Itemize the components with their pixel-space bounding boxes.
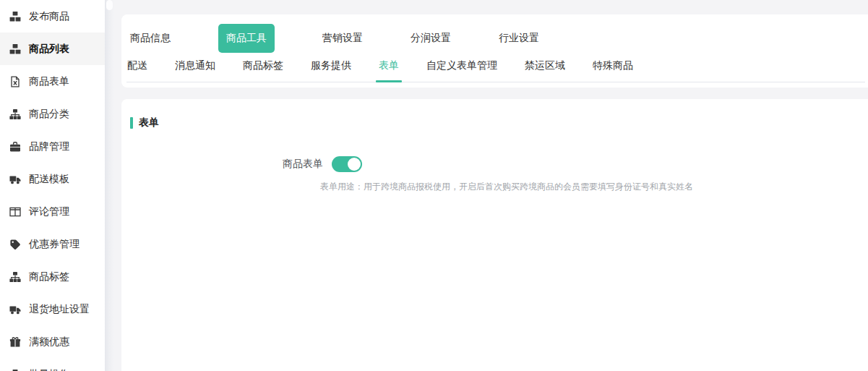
sidebar-item[interactable]: 满额优惠 <box>0 325 105 358</box>
sidebar-item-label: 商品标签 <box>29 270 69 283</box>
primary-tab-label: 行业设置 <box>499 32 539 43</box>
tag-icon <box>9 239 21 250</box>
briefcase-icon <box>9 141 21 153</box>
sidebar-item-label: 优惠券管理 <box>29 238 80 251</box>
gift-icon <box>9 336 21 348</box>
secondary-tab[interactable]: 配送 <box>127 59 147 82</box>
section-title: 表单 <box>139 116 159 129</box>
sidebar-item[interactable]: 品牌管理 <box>0 130 105 163</box>
secondary-tab-label: 特殊商品 <box>593 59 633 71</box>
sidebar-scrollbar-thumb[interactable] <box>106 0 113 10</box>
secondary-tab[interactable]: 服务提供 <box>311 59 351 82</box>
sidebar-item-label: 品牌管理 <box>29 140 69 153</box>
sidebar-item[interactable]: 商品分类 <box>0 98 105 130</box>
primary-tab-label: 商品信息 <box>130 32 171 43</box>
primary-tab[interactable]: 分润设置 <box>411 24 451 53</box>
content-card: 表单 商品表单 表单用途：用于跨境商品报税使用，开启后首次购买跨境商品的会员需要… <box>121 99 868 371</box>
sidebar-item-label: 评论管理 <box>29 205 69 218</box>
secondary-tab[interactable]: 消息通知 <box>175 59 215 82</box>
primary-tab[interactable]: 商品信息 <box>130 24 171 53</box>
sidebar-item[interactable]: 发布商品 <box>0 0 105 33</box>
primary-tabs: 商品信息 商品工具 营销设置 分润设置 行业设置 <box>121 14 868 52</box>
cubes-icon <box>9 11 21 22</box>
secondary-tab-label: 禁运区域 <box>525 59 565 71</box>
secondary-tab[interactable]: 禁运区域 <box>525 59 565 82</box>
sitemap-icon <box>9 271 21 283</box>
primary-tab-label: 商品工具 <box>226 32 267 43</box>
primary-tab[interactable]: 商品工具 <box>218 24 275 53</box>
secondary-tab[interactable]: 自定义表单管理 <box>426 59 497 82</box>
sitemap-icon <box>9 108 21 120</box>
file-excel-icon <box>9 76 21 88</box>
sidebar-item-label: 商品分类 <box>29 108 69 121</box>
section-accent-bar <box>130 117 133 129</box>
sidebar-item[interactable]: 商品列表 <box>0 33 105 65</box>
sidebar-item[interactable]: 批量操作 <box>0 358 105 371</box>
sidebar-item-label: 商品列表 <box>29 43 69 56</box>
secondary-tab-label: 表单 <box>379 59 399 71</box>
primary-tab-label: 营销设置 <box>322 32 363 43</box>
cubes-icon <box>9 369 21 371</box>
sidebar-scrollbar-track <box>105 0 114 371</box>
sidebar-item-label: 配送模板 <box>29 173 69 186</box>
sidebar-item[interactable]: 优惠券管理 <box>0 228 105 260</box>
sidebar-item-label: 批量操作 <box>29 368 69 371</box>
sidebar-item-label: 商品表单 <box>29 75 69 88</box>
sidebar-item-label: 退货地址设置 <box>29 303 90 316</box>
section-header: 表单 <box>130 116 868 129</box>
primary-tab[interactable]: 行业设置 <box>499 24 539 53</box>
secondary-tab-label: 消息通知 <box>175 59 215 71</box>
columns-icon <box>9 206 21 218</box>
sidebar-item[interactable]: 配送模板 <box>0 163 105 195</box>
secondary-tabs: 配送 消息通知 商品标签 服务提供 表单 自定义表单管理 禁运区域 特殊商品 <box>126 59 865 82</box>
tabs-card: 商品信息 商品工具 营销设置 分润设置 行业设置 配送 消息通知 商品标签 服务… <box>121 14 868 88</box>
secondary-tab-label: 商品标签 <box>243 59 283 71</box>
secondary-tab[interactable]: 特殊商品 <box>593 59 633 82</box>
truck-icon <box>9 174 21 185</box>
sidebar-item[interactable]: 商品表单 <box>0 65 105 98</box>
cubes-icon <box>9 43 21 55</box>
product-form-help-text: 表单用途：用于跨境商品报税使用，开启后首次购买跨境商品的会员需要填写身份证号和真… <box>320 181 846 193</box>
product-form-toggle[interactable] <box>332 156 362 172</box>
sidebar-item-label: 满额优惠 <box>29 336 69 349</box>
toggle-knob <box>348 158 361 171</box>
secondary-tab-label: 服务提供 <box>311 59 351 71</box>
secondary-tab-label: 配送 <box>127 59 147 71</box>
sidebar-item[interactable]: 评论管理 <box>0 195 105 228</box>
product-form-label: 商品表单 <box>283 158 323 171</box>
product-form-row: 商品表单 <box>283 156 868 172</box>
primary-tab[interactable]: 营销设置 <box>322 24 363 53</box>
secondary-tab-label: 自定义表单管理 <box>426 59 497 71</box>
sidebar-item[interactable]: 商品标签 <box>0 260 105 293</box>
sidebar-item[interactable]: 退货地址设置 <box>0 293 105 325</box>
secondary-tab[interactable]: 商品标签 <box>243 59 283 82</box>
primary-tab-label: 分润设置 <box>411 32 451 43</box>
sidebar-item-label: 发布商品 <box>29 10 69 23</box>
sidebar: 发布商品 商品列表 商品表单 商品分类 品牌管理 配送模板 评论管理 优惠券管理… <box>0 0 105 371</box>
secondary-tab[interactable]: 表单 <box>379 59 399 82</box>
truck-icon <box>9 304 21 315</box>
